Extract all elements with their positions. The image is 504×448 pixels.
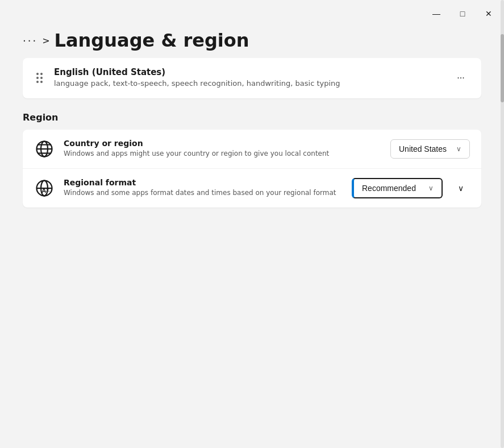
regional-format-text: Regional format Windows and some apps fo… <box>64 178 343 198</box>
expand-chevron-icon: ∨ <box>458 184 464 193</box>
breadcrumb-back-dots[interactable]: ··· <box>23 35 38 47</box>
main-content: ··· > Language & region <box>0 27 504 448</box>
language-description: language pack, text-to-speech, speech re… <box>54 78 443 89</box>
language-name: English (United States) <box>54 67 443 77</box>
country-region-text: Country or region Windows and apps might… <box>64 139 381 159</box>
globe-icon <box>34 139 55 159</box>
drag-handle-row-1 <box>36 73 43 75</box>
drag-handle[interactable] <box>34 70 45 85</box>
format-icon: A 文 <box>34 178 55 198</box>
maximize-button[interactable]: □ <box>449 5 476 23</box>
drag-handle-row-3 <box>36 81 43 83</box>
close-button[interactable]: ✕ <box>476 5 502 23</box>
region-card: Country or region Windows and apps might… <box>23 130 481 208</box>
scrollbar[interactable] <box>501 0 504 448</box>
drag-dot <box>36 81 39 83</box>
language-card: English (United States) language pack, t… <box>23 58 481 98</box>
regional-format-desc: Windows and some apps format dates and t… <box>64 188 343 198</box>
country-region-desc: Windows and apps might use your country … <box>64 149 381 159</box>
drag-dot <box>40 81 43 83</box>
titlebar: — □ ✕ <box>0 0 504 27</box>
regional-format-dropdown[interactable]: Recommended ∨ <box>352 178 443 198</box>
page-title: Language & region <box>55 30 249 51</box>
svg-text:文: 文 <box>45 186 50 192</box>
country-region-row: Country or region Windows and apps might… <box>23 130 481 168</box>
window: — □ ✕ ··· > Language & region <box>0 0 504 448</box>
regional-format-value: Recommended <box>362 184 416 193</box>
language-info: English (United States) language pack, t… <box>54 67 443 89</box>
regional-format-row: A 文 Regional format Windows and some app… <box>23 168 481 208</box>
drag-dot <box>40 77 43 79</box>
drag-dot <box>36 77 39 79</box>
breadcrumb: ··· > Language & region <box>23 27 481 51</box>
country-region-title: Country or region <box>64 139 381 148</box>
regional-format-title: Regional format <box>64 178 343 187</box>
scrollbar-thumb[interactable] <box>501 34 504 102</box>
region-section-label: Region <box>23 112 481 123</box>
country-chevron-icon: ∨ <box>456 145 461 153</box>
breadcrumb-chevron-icon: > <box>42 35 49 46</box>
language-more-button[interactable]: ··· <box>452 69 470 87</box>
minimize-button[interactable]: — <box>423 5 449 23</box>
country-dropdown-value: United States <box>399 144 447 154</box>
drag-dot <box>36 73 39 75</box>
drag-handle-row-2 <box>36 77 43 79</box>
country-dropdown[interactable]: United States ∨ <box>390 139 470 159</box>
format-chevron-icon: ∨ <box>428 184 434 192</box>
regional-format-expand-button[interactable]: ∨ <box>452 179 470 197</box>
drag-dot <box>40 73 43 75</box>
